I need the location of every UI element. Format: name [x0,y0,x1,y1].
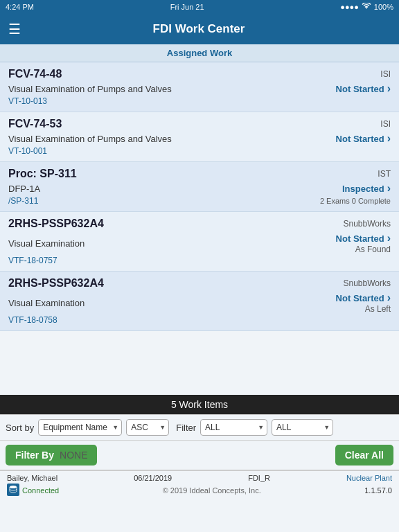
filter2-select-wrapper[interactable]: ALL Not Started Inspected Complete [272,419,333,436]
work-item-tag: SnubbWorks [344,278,391,288]
header-title: FDI Work Center [26,22,371,36]
work-item-code: VTF-18-0757 [8,256,57,265]
status-sub: As Found [355,245,391,254]
footer: Bailey, Michael 06/21/2019 FDI_R Nuclear… [0,470,399,499]
work-item[interactable]: FCV-74-53 ISI Visual Examination of Pump… [0,112,399,162]
work-item-code: VTF-18-0758 [8,315,57,325]
status-label: Not Started [336,84,384,94]
work-item-desc: Visual Examination of Pumps and Valves [8,134,172,144]
footer-location: Nuclear Plant [346,474,392,482]
assigned-work-label: Assigned Work [167,48,232,58]
status-arrow: › [387,292,391,304]
order-select-wrapper[interactable]: ASC DESC [126,419,169,436]
work-item-title: 2RHS-PSSP632A4 [8,277,104,290]
menu-button[interactable]: ☰ [8,22,21,36]
work-item-tag: SnubbWorks [344,219,391,229]
work-item-code: VT-10-001 [8,146,47,156]
svg-point-1 [10,486,17,488]
svg-rect-0 [7,484,19,496]
footer-bottom: Connected © 2019 Iddeal Concepts, Inc. 1… [7,484,392,497]
footer-copyright: © 2019 Iddeal Concepts, Inc. [163,486,261,495]
status-label: Inspected [342,184,384,194]
filter1-select[interactable]: ALL ISI IST SnubbWorks [200,419,267,436]
work-item-status-row: Inspected › [342,182,391,195]
sort-by-label: Sort by [6,423,34,433]
work-item-tag: ISI [380,119,391,129]
connected-label: Connected [22,486,59,495]
connected-row: Connected [7,484,59,497]
status-date: Fri Jun 21 [170,3,204,11]
clear-all-button[interactable]: Clear All [335,445,393,466]
filter1-select-wrapper[interactable]: ALL ISI IST SnubbWorks [200,419,267,436]
footer-system: FDI_R [248,474,270,482]
status-arrow: › [387,182,391,195]
work-item-code: /SP-311 [8,196,38,206]
work-count-bar: 5 Work Items [0,395,399,414]
signal-indicator: ●●●● [340,3,359,11]
status-arrow: › [387,132,391,145]
status-bar: 4:24 PM Fri Jun 21 ●●●● 100% [0,0,399,14]
status-arrow: › [387,82,391,95]
work-item-status-block: Not Started › As Left [336,292,391,314]
work-item[interactable]: FCV-74-48 ISI Visual Examination of Pump… [0,62,399,112]
status-label: Not Started [336,293,384,303]
status-sub: As Left [365,304,391,314]
header: ☰ FDI Work Center [0,14,399,44]
work-item-code: VT-10-013 [8,96,47,106]
sort-select[interactable]: Equipment Name Status Code [38,419,122,436]
status-label: Not Started [336,233,384,244]
sort-filter-bar: Sort by Equipment Name Status Code ASC D… [0,414,399,441]
order-select[interactable]: ASC DESC [126,419,169,436]
work-item[interactable]: 2RHS-PSSP632A4 SnubbWorks Visual Examina… [0,212,399,272]
work-count-label: 5 Work Items [171,399,228,410]
work-item-desc: Visual Examination of Pumps and Valves [8,84,172,94]
wifi-icon [362,3,371,11]
work-item-title: Proc: SP-311 [8,168,77,180]
work-item-status-row: Not Started › [336,132,391,145]
filter-by-value: NONE [60,450,87,461]
work-item-tag: ISI [380,69,391,79]
footer-version: 1.1.57.0 [364,486,392,495]
status-label: Not Started [336,134,384,144]
work-item-status-row: Not Started › [336,82,391,95]
work-list: FCV-74-48 ISI Visual Examination of Pump… [0,62,399,395]
assigned-work-bar: Assigned Work [0,44,399,62]
work-item-desc: Visual Examination [8,298,85,308]
work-item-status-block: Not Started › As Found [336,232,391,254]
filter-action-bar: Filter By NONE Clear All [0,441,399,470]
work-item-tag: IST [378,169,391,179]
filter-label: Filter [176,423,196,433]
database-icon [7,484,19,497]
filter-by-label: Filter By [15,450,54,461]
work-item-title: FCV-74-48 [8,68,62,80]
filter2-select[interactable]: ALL Not Started Inspected Complete [272,419,333,436]
work-item-desc: DFP-1A [8,184,40,194]
work-item-extra: 2 Exams 0 Complete [320,197,391,205]
work-item[interactable]: 2RHS-PSSP632A4 SnubbWorks Visual Examina… [0,272,399,331]
footer-top: Bailey, Michael 06/21/2019 FDI_R Nuclear… [7,474,392,482]
status-arrow: › [387,232,391,245]
status-time: 4:24 PM [6,3,34,11]
battery-indicator: 100% [374,3,393,11]
footer-user: Bailey, Michael [7,474,57,482]
sort-select-wrapper[interactable]: Equipment Name Status Code [38,419,122,436]
work-item-title: 2RHS-PSSP632A4 [8,218,104,230]
work-item-desc: Visual Examination [8,238,85,249]
footer-date: 06/21/2019 [134,474,172,482]
status-indicators: ●●●● 100% [340,3,393,11]
filter-by-button[interactable]: Filter By NONE [6,445,97,466]
work-item[interactable]: Proc: SP-311 IST DFP-1A Inspected › /SP-… [0,162,399,212]
work-item-title: FCV-74-53 [8,118,62,130]
